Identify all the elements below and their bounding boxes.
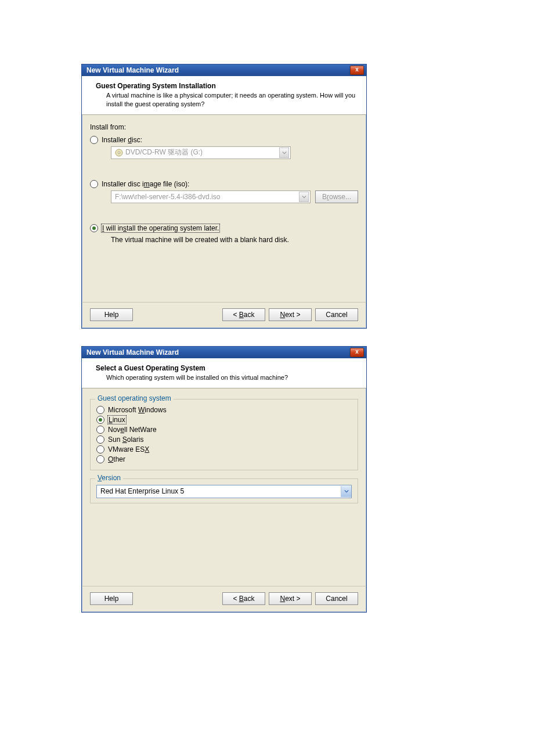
page-heading: Select a Guest Operating System bbox=[96, 364, 357, 372]
t: ack bbox=[244, 595, 255, 603]
back-button[interactable]: < Back bbox=[222, 308, 265, 321]
os-esx[interactable]: VMware ESX bbox=[96, 445, 352, 453]
browse-button: Browse... bbox=[315, 190, 358, 203]
t: B bbox=[239, 311, 244, 319]
t: Microsoft bbox=[108, 406, 138, 414]
option-later-label: I will install the operating system late… bbox=[102, 224, 219, 232]
window-title: New Virtual Machine Wizard bbox=[86, 348, 179, 357]
close-icon: x bbox=[355, 348, 359, 355]
option-later[interactable]: I will install the operating system late… bbox=[90, 224, 358, 232]
option-iso[interactable]: Installer disc image file (iso): bbox=[90, 180, 358, 188]
later-note: The virtual machine will be created with… bbox=[111, 236, 358, 244]
page-heading: Guest Operating System Installation bbox=[96, 82, 357, 90]
os-solaris[interactable]: Sun Solaris bbox=[96, 435, 352, 444]
radio-solaris[interactable] bbox=[96, 435, 104, 444]
os-windows[interactable]: Microsoft Windows bbox=[96, 406, 352, 414]
dialog-body: Guest operating system Microsoft Windows… bbox=[82, 388, 366, 586]
iso-path-field: F:\ww\rhel-server-5.4-i386-dvd.iso bbox=[111, 190, 311, 203]
os-solaris-label: Sun Solaris bbox=[108, 435, 143, 444]
help-button[interactable]: Help bbox=[90, 308, 133, 321]
guest-os-group: Guest operating system Microsoft Windows… bbox=[90, 399, 358, 470]
titlebar: New Virtual Machine Wizard x bbox=[82, 347, 366, 358]
t: will in bbox=[104, 224, 123, 232]
disc-dropdown-row: DVD/CD-RW 驱动器 (G:) bbox=[111, 146, 358, 159]
window-title: New Virtual Machine Wizard bbox=[86, 66, 179, 74]
back-button[interactable]: < Back bbox=[222, 592, 265, 605]
cancel-button[interactable]: Cancel bbox=[315, 592, 358, 605]
page-subtext: A virtual machine is like a physical com… bbox=[106, 91, 357, 109]
t: age file (iso): bbox=[150, 180, 190, 188]
os-esx-label: VMware ESX bbox=[108, 445, 149, 453]
wizard-dialog-install: New Virtual Machine Wizard x Guest Opera… bbox=[81, 64, 367, 329]
radio-esx[interactable] bbox=[96, 445, 104, 453]
radio-other[interactable] bbox=[96, 455, 104, 463]
wizard-dialog-os: New Virtual Machine Wizard x Select a Gu… bbox=[81, 346, 367, 613]
svg-point-1 bbox=[118, 152, 120, 154]
radio-windows[interactable] bbox=[96, 406, 104, 414]
chevron-down-icon bbox=[299, 192, 309, 202]
version-dropdown[interactable]: Red Hat Enterprise Linux 5 bbox=[96, 485, 352, 498]
t: ack bbox=[244, 311, 255, 319]
button-bar: Help < Back Next > Cancel bbox=[82, 302, 366, 328]
t: < bbox=[233, 311, 239, 319]
titlebar: New Virtual Machine Wizard x bbox=[82, 64, 366, 76]
dialog-body: Install from: Installer disc: DVD/CD- bbox=[82, 115, 366, 302]
os-linux[interactable]: Linux bbox=[96, 416, 352, 424]
version-group: Version Red Hat Enterprise Linux 5 bbox=[90, 478, 358, 503]
os-windows-label: Microsoft Windows bbox=[108, 406, 167, 414]
t: ther bbox=[113, 455, 125, 463]
t: Installer bbox=[102, 136, 128, 144]
t: X bbox=[145, 445, 149, 453]
os-other[interactable]: Other bbox=[96, 455, 352, 463]
t: W bbox=[138, 406, 145, 414]
t: tall the operating system later. bbox=[127, 224, 219, 232]
t: ll NetWare bbox=[124, 426, 157, 434]
t: ersion bbox=[102, 474, 121, 482]
t: Installer disc i bbox=[102, 180, 144, 188]
os-other-label: Other bbox=[108, 455, 125, 463]
t: VMware ES bbox=[108, 445, 145, 453]
next-button[interactable]: Next > bbox=[269, 308, 312, 321]
iso-path-text: F:\ww\rhel-server-5.4-i386-dvd.iso bbox=[115, 193, 299, 201]
radio-iso[interactable] bbox=[90, 180, 98, 188]
version-legend: Version bbox=[95, 474, 123, 482]
help-button[interactable]: Help bbox=[90, 592, 133, 605]
t: < bbox=[233, 595, 239, 603]
t: Sun bbox=[108, 435, 122, 444]
page-subtext: Which operating system will be installed… bbox=[106, 373, 357, 382]
chevron-down-icon bbox=[341, 486, 351, 497]
cancel-button[interactable]: Cancel bbox=[315, 308, 358, 321]
next-button[interactable]: Next > bbox=[269, 592, 312, 605]
radio-installer-disc[interactable] bbox=[90, 136, 98, 144]
button-bar: Help < Back Next > Cancel bbox=[82, 586, 366, 612]
os-novell[interactable]: Novell NetWare bbox=[96, 426, 352, 434]
radio-linux[interactable] bbox=[96, 416, 104, 424]
t: owse... bbox=[329, 193, 351, 201]
radio-later[interactable] bbox=[90, 224, 98, 232]
t: L bbox=[109, 416, 113, 424]
os-linux-label: Linux bbox=[108, 416, 126, 424]
disc-dropdown: DVD/CD-RW 驱动器 (G:) bbox=[111, 146, 291, 159]
t: B bbox=[322, 193, 327, 201]
os-radio-list: Microsoft Windows Linux Novell NetWare bbox=[96, 406, 352, 463]
t: olaris bbox=[127, 435, 144, 444]
t: N bbox=[280, 595, 285, 603]
t: O bbox=[108, 455, 113, 463]
version-value: Red Hat Enterprise Linux 5 bbox=[100, 487, 341, 495]
close-icon: x bbox=[355, 66, 359, 73]
t: isc: bbox=[132, 136, 142, 144]
t: indows bbox=[145, 406, 166, 414]
page: New Virtual Machine Wizard x Guest Opera… bbox=[0, 0, 534, 756]
t: B bbox=[239, 595, 244, 603]
disc-dropdown-text: DVD/CD-RW 驱动器 (G:) bbox=[125, 147, 279, 157]
close-button[interactable]: x bbox=[350, 348, 364, 357]
t: inux bbox=[113, 416, 125, 424]
option-installer-disc[interactable]: Installer disc: bbox=[90, 136, 358, 144]
chevron-down-icon bbox=[279, 147, 289, 158]
close-button[interactable]: x bbox=[350, 66, 364, 75]
radio-novell[interactable] bbox=[96, 426, 104, 434]
optical-drive-icon bbox=[115, 149, 123, 157]
os-novell-label: Novell NetWare bbox=[108, 426, 157, 434]
t: S bbox=[122, 435, 127, 444]
install-from-label: Install from: bbox=[90, 123, 358, 131]
